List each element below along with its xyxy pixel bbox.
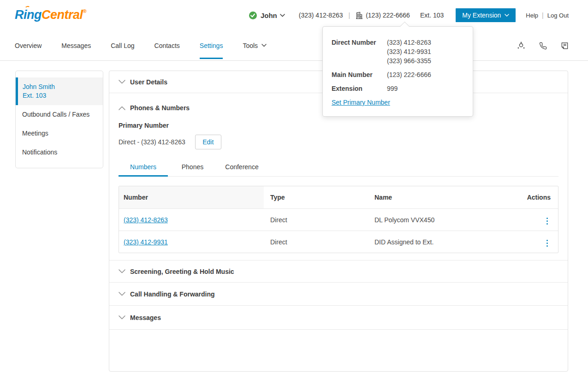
tab-phones[interactable]: Phones — [168, 159, 217, 176]
sidebar-item-notifications[interactable]: Notifications — [16, 143, 103, 162]
column-header-actions: Actions — [506, 194, 558, 201]
direct-number-label: Direct Number — [332, 38, 387, 65]
my-extension-label: My Extension — [462, 12, 501, 19]
logo-registered-mark: ® — [83, 8, 87, 14]
number-link[interactable]: (323) 412-9931 — [124, 238, 168, 246]
section-messages[interactable]: Messages — [109, 306, 568, 330]
name-cell: DID Assigned to Ext. — [374, 238, 506, 246]
sidebar-item-meetings[interactable]: Meetings — [16, 124, 103, 143]
help-logout-links: Help | Log Out — [526, 12, 569, 19]
type-cell: Direct — [264, 238, 374, 246]
nav-label: Overview — [15, 42, 42, 49]
name-cell: DL Polycom VVX450 — [374, 216, 506, 224]
top-header: RingCentral® John (323) 412-8263 | — [0, 0, 588, 30]
section-phones-numbers: Phones & Numbers Primary Number Direct -… — [109, 93, 568, 261]
ringcentral-settings-page: RingCentral® John (323) 412-8263 | — [0, 0, 588, 379]
chevron-up-icon — [119, 106, 126, 110]
popup-direct-number-row: Direct Number (323) 412-8263 (323) 412-9… — [332, 38, 464, 65]
nav-label: Call Log — [111, 42, 134, 49]
nav-item-call-log[interactable]: Call Log — [111, 30, 134, 61]
numbers-table: Number Type Name Actions (323) 412-8263 … — [119, 186, 558, 253]
table-row: (323) 412-9931 Direct DID Assigned to Ex… — [119, 231, 558, 253]
logo-central-text: Central — [42, 8, 83, 22]
tab-conference[interactable]: Conference — [217, 159, 267, 176]
my-extension-button[interactable]: My Extension — [456, 8, 516, 22]
help-separator: | — [542, 12, 544, 19]
tab-numbers[interactable]: Numbers — [119, 159, 168, 176]
section-title: User Details — [130, 78, 167, 86]
edit-button[interactable]: Edit — [195, 135, 221, 149]
type-cell: Direct — [264, 216, 374, 224]
header-user-name: John — [261, 12, 277, 19]
header-extension: Ext. 103 — [420, 12, 444, 19]
sidebar-item-label: Meetings — [22, 130, 48, 137]
ringcentral-logo: RingCentral® — [15, 8, 86, 22]
nav-item-contacts[interactable]: Contacts — [154, 30, 180, 61]
nav-item-tools[interactable]: Tools — [243, 30, 267, 61]
chevron-down-icon — [119, 80, 126, 84]
nav-label: Contacts — [154, 42, 180, 49]
main-number-label: Main Number — [332, 70, 387, 79]
chevron-down-icon — [505, 14, 509, 17]
section-screening[interactable]: Screening, Greeting & Hold Music — [109, 261, 568, 283]
chevron-down-icon — [119, 315, 126, 320]
main-number-value: (123) 222-6666 — [387, 70, 431, 79]
sidebar-user-name: John Smith — [23, 83, 96, 91]
popup-extension-row: Extension 999 — [332, 84, 464, 93]
help-link[interactable]: Help — [526, 12, 538, 19]
nav-item-overview[interactable]: Overview — [15, 30, 42, 61]
column-header-type: Type — [264, 194, 374, 201]
header-direct-number: (323) 412-8263 — [299, 12, 343, 19]
row-actions-kebab-icon[interactable] — [544, 238, 551, 249]
tab-label: Conference — [225, 163, 258, 171]
section-title: Call Handling & Forwarding — [130, 290, 215, 298]
nav-label: Tools — [243, 42, 258, 49]
nav-item-messages[interactable]: Messages — [61, 30, 91, 61]
section-title: Screening, Greeting & Hold Music — [130, 268, 234, 275]
tab-label: Phones — [182, 163, 203, 171]
sidebar-item-label: Notifications — [22, 148, 57, 156]
sidebar-item-outbound-calls[interactable]: Outbound Calls / Faxes — [16, 105, 103, 124]
presence-available-icon — [249, 12, 257, 19]
section-title: Messages — [130, 314, 161, 321]
nav-quick-icons — [517, 30, 569, 61]
popup-main-number-row: Main Number (123) 222-6666 — [332, 70, 464, 79]
row-actions-kebab-icon[interactable] — [544, 216, 551, 227]
direct-number-value: (323) 966-3355 — [387, 56, 431, 65]
chevron-down-icon — [261, 44, 267, 47]
set-primary-number-link[interactable]: Set Primary Number — [332, 99, 390, 106]
building-icon — [356, 12, 363, 19]
settings-sidebar: John Smith Ext. 103 Outbound Calls / Fax… — [15, 71, 103, 168]
section-call-handling[interactable]: Call Handling & Forwarding — [109, 283, 568, 306]
primary-number-label: Primary Number — [119, 122, 568, 129]
chevron-down-icon — [119, 292, 126, 296]
chevron-down-icon — [119, 269, 126, 273]
table-row: (323) 412-8263 Direct DL Polycom VVX450 — [119, 208, 558, 231]
sidebar-user-extension: Ext. 103 — [23, 91, 96, 100]
conference-hub-icon[interactable] — [517, 41, 525, 50]
nav-label: Messages — [61, 42, 91, 49]
extension-value: 999 — [387, 84, 398, 93]
sidebar-item-user[interactable]: John Smith Ext. 103 — [16, 77, 103, 105]
tab-label: Numbers — [130, 163, 156, 171]
primary-number-value: Direct - (323) 412-8263 — [119, 138, 185, 146]
number-link[interactable]: (323) 412-8263 — [124, 216, 168, 224]
logout-link[interactable]: Log Out — [547, 12, 569, 19]
extension-label: Extension — [332, 84, 387, 93]
column-header-name: Name — [374, 194, 506, 201]
number-info-popup: Direct Number (323) 412-8263 (323) 412-9… — [322, 26, 473, 117]
header-main-number: (123) 222-6666 — [366, 12, 410, 19]
table-header-row: Number Type Name Actions — [119, 186, 558, 208]
phones-numbers-tabs: Numbers Phones Conference — [119, 159, 558, 177]
direct-number-value: (323) 412-8263 — [387, 38, 431, 47]
direct-number-value: (323) 412-9931 — [387, 47, 431, 56]
section-title: Phones & Numbers — [130, 104, 190, 112]
header-separator: | — [349, 12, 350, 19]
main-nav: Overview Messages Call Log Contacts Sett… — [0, 30, 588, 61]
nav-item-settings[interactable]: Settings — [200, 30, 223, 61]
fax-icon[interactable] — [561, 42, 569, 50]
user-menu[interactable]: John — [249, 12, 285, 19]
sidebar-item-label: Outbound Calls / Faxes — [22, 111, 89, 118]
phone-icon[interactable] — [539, 42, 547, 50]
column-header-number: Number — [119, 186, 264, 208]
